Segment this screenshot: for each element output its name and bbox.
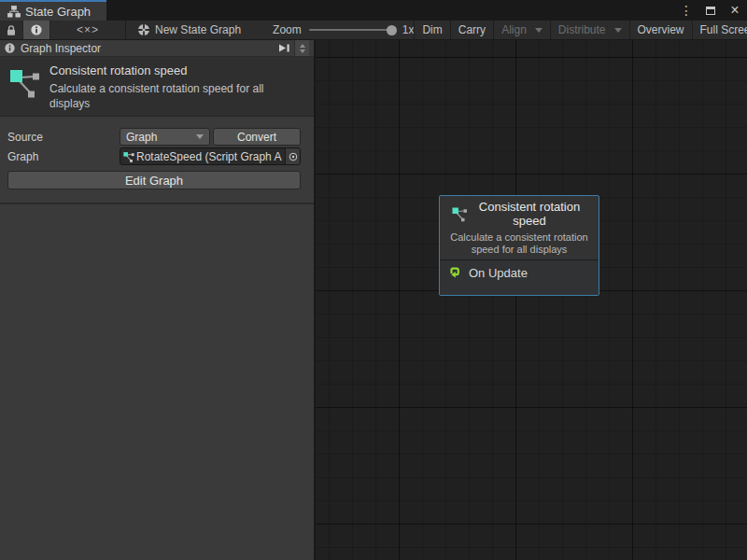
graph-toolbar: <×> New State Graph Zoom 1x Dim Carry xyxy=(0,21,747,40)
state-node-body: On Update xyxy=(440,259,599,295)
new-state-graph-label: New State Graph xyxy=(155,23,241,36)
graph-title: Consistent rotation speed xyxy=(49,63,306,77)
distribute-button[interactable]: Distribute xyxy=(551,21,629,39)
event-label: On Update xyxy=(469,266,528,280)
graph-canvas[interactable]: Consistent rotation speed Calculate a co… xyxy=(316,40,747,560)
source-dropdown-value: Graph xyxy=(126,131,157,144)
zoom-label: Zoom xyxy=(273,23,302,36)
script-graph-icon xyxy=(123,151,134,162)
object-picker-button[interactable] xyxy=(285,148,300,164)
distribute-label: Distribute xyxy=(558,23,606,36)
graph-description: Calculate a consistent rotation speed fo… xyxy=(49,81,296,111)
window-maximize-icon[interactable] xyxy=(704,3,717,18)
inspector-toggle-button[interactable] xyxy=(22,21,50,39)
lock-icon xyxy=(6,24,17,36)
spinner-up-icon xyxy=(300,44,305,48)
state-node-title: Consistent rotation speed xyxy=(472,201,586,229)
chevron-down-icon xyxy=(614,28,622,33)
spinner-down-icon xyxy=(300,49,305,53)
code-view-button[interactable]: <×> xyxy=(69,21,106,39)
carry-button[interactable]: Carry xyxy=(451,21,493,39)
panel-spinner[interactable] xyxy=(294,40,309,56)
graph-object-value: RotateSpeed (Script Graph A xyxy=(136,150,285,163)
tab-label: State Graph xyxy=(25,5,91,19)
state-graph-window: State Graph ⋮ × xyxy=(0,0,747,560)
graph-object-field[interactable]: RotateSpeed (Script Graph A xyxy=(120,147,301,165)
source-dropdown[interactable]: Graph xyxy=(120,128,210,146)
source-label: Source xyxy=(7,131,43,144)
script-graph-icon xyxy=(9,67,41,116)
window-menu-icon[interactable]: ⋮ xyxy=(680,3,693,18)
zoom-slider-handle[interactable] xyxy=(387,25,397,35)
info-icon xyxy=(31,24,42,35)
source-row: Source Graph Convert xyxy=(0,128,314,146)
new-graph-icon xyxy=(137,23,150,36)
graph-inspector-panel: Graph Inspector xyxy=(0,40,315,560)
toolbar-separator xyxy=(125,21,126,39)
chevron-down-icon xyxy=(196,134,204,139)
tab-state-graph[interactable]: State Graph xyxy=(0,0,106,21)
main-area: Graph Inspector xyxy=(0,40,747,560)
title-bar: State Graph ⋮ × xyxy=(0,0,747,21)
full-screen-button[interactable]: Full Screen xyxy=(693,21,747,39)
dim-button[interactable]: Dim xyxy=(415,21,449,39)
graph-row: Graph RotateSpeed (Script Graph A xyxy=(0,147,314,165)
on-update-loop-icon xyxy=(447,265,462,280)
state-node-description: Calculate a consistent rotation speed fo… xyxy=(445,231,593,258)
panel-divider xyxy=(0,203,314,204)
overview-button[interactable]: Overview xyxy=(630,21,692,39)
object-picker-icon xyxy=(289,152,298,161)
graph-field-label: Graph xyxy=(7,150,38,163)
edit-graph-button[interactable]: Edit Graph xyxy=(7,171,301,189)
lock-button[interactable] xyxy=(0,21,22,39)
state-node-header: Consistent rotation speed Calculate a co… xyxy=(440,196,599,259)
inspector-header: Graph Inspector xyxy=(0,40,314,57)
script-graph-icon xyxy=(452,206,468,222)
state-node[interactable]: Consistent rotation speed Calculate a co… xyxy=(439,195,599,296)
zoom-value: 1x xyxy=(402,23,415,36)
convert-button[interactable]: Convert xyxy=(213,128,301,146)
state-graph-icon xyxy=(7,6,21,18)
zoom-control: Zoom 1x xyxy=(273,23,414,36)
align-label: Align xyxy=(501,23,527,36)
align-button[interactable]: Align xyxy=(494,21,550,39)
graph-info-box: Consistent rotation speed Calculate a co… xyxy=(0,57,314,117)
new-state-graph-button[interactable]: New State Graph xyxy=(130,21,248,39)
inspector-title: Graph Inspector xyxy=(21,42,101,55)
window-controls: ⋮ × xyxy=(680,0,741,21)
info-icon xyxy=(5,43,15,53)
window-close-icon[interactable]: × xyxy=(728,3,741,18)
event-row[interactable]: On Update xyxy=(447,265,591,280)
zoom-slider[interactable] xyxy=(309,29,395,31)
dock-panel-icon[interactable] xyxy=(278,43,290,53)
chevron-down-icon xyxy=(535,28,543,33)
